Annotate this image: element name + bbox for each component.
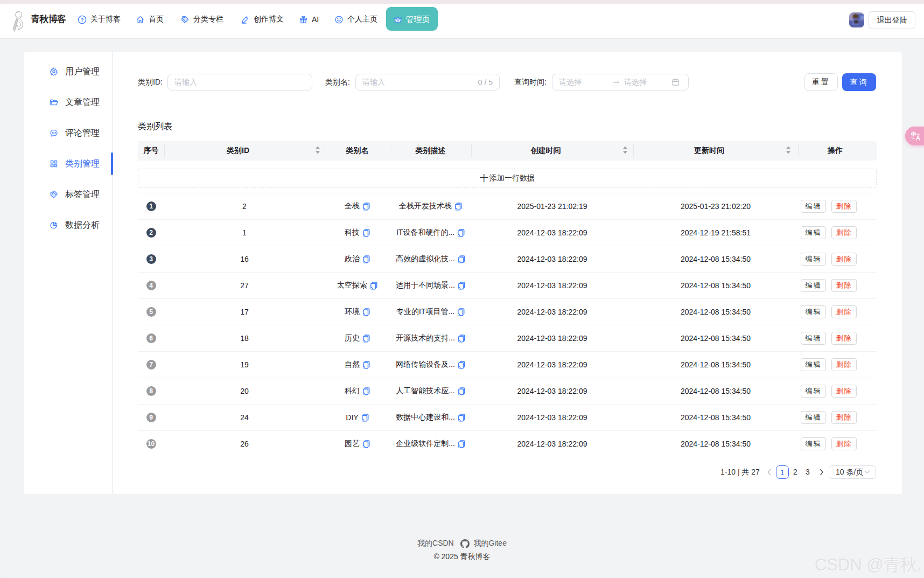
svg-text:?: ? [81, 17, 84, 22]
